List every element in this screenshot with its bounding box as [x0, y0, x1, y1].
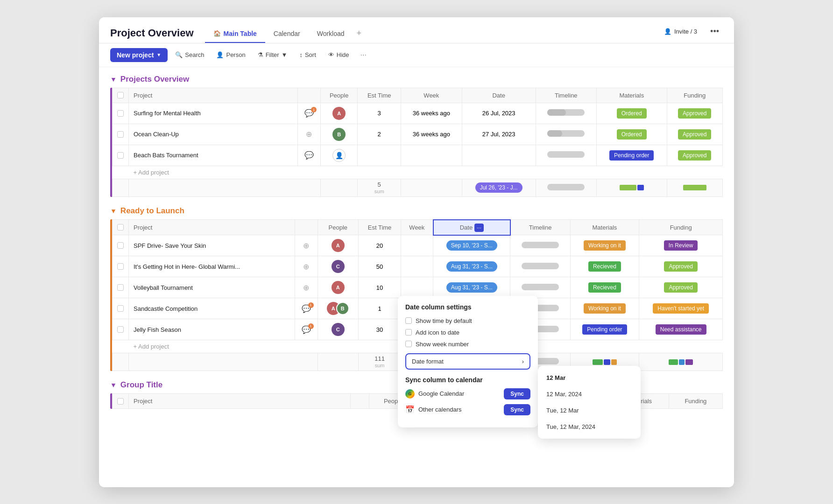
row-checkbox[interactable]	[117, 110, 124, 117]
filter-button[interactable]: ⚗ Filter ▼	[253, 49, 292, 61]
show-time-checkbox[interactable]	[405, 317, 412, 324]
date-format-button[interactable]: Date format ›	[405, 353, 530, 370]
row-icon[interactable]: ⊕	[301, 282, 311, 293]
group-toggle-grouptitle[interactable]: ▼	[110, 381, 117, 389]
search-button[interactable]: 🔍 Search	[170, 49, 209, 61]
date-pill: Aug 31, '23 - S...	[446, 261, 497, 272]
timeline-bar	[547, 109, 585, 116]
invite-button[interactable]: 👤 Invite / 3	[660, 26, 701, 37]
sync-row-google-left: G Google Calendar	[405, 389, 464, 399]
calendar-icon: 📅	[405, 405, 415, 414]
sum-value: 111	[374, 355, 385, 362]
date-format-dropdown: 12 Mar 12 Mar, 2024 Tue, 12 Mar Tue, 12 …	[538, 366, 641, 439]
group-toggle-ready[interactable]: ▼	[110, 207, 117, 215]
est-time-cell: 1	[359, 298, 401, 319]
new-project-button[interactable]: New project ▼	[110, 48, 168, 62]
group-title-projects[interactable]: Projects Overview	[120, 75, 189, 84]
th-week-2: Week	[401, 220, 433, 235]
sum-materials	[575, 359, 635, 365]
week-cell	[401, 277, 433, 298]
row-icon-bubble[interactable]: 💬1	[300, 324, 313, 335]
sync-row-google: G Google Calendar Sync	[405, 388, 530, 399]
status-badge: Working on it	[584, 240, 626, 251]
row-checkbox[interactable]	[117, 152, 124, 159]
filter-icon: ⚗	[258, 51, 263, 58]
add-project-label[interactable]: + Add project	[129, 166, 723, 179]
tab-add[interactable]: +	[353, 24, 366, 43]
popup-option-show-week[interactable]: Show week number	[405, 341, 530, 348]
tab-main-table[interactable]: 🏠 Main Table	[205, 25, 265, 43]
person-filter-icon: 👤	[216, 51, 224, 58]
hide-button[interactable]: 👁 Hide	[324, 49, 354, 61]
row-icon-bubble[interactable]: 💬1	[300, 303, 313, 314]
row-icon-bubble[interactable]: 💬1	[303, 108, 316, 119]
group-title-grouptitle[interactable]: Group Title	[120, 380, 162, 390]
sync-google-button[interactable]: Sync	[504, 388, 530, 399]
popup-option-add-icon[interactable]: Add icon to date	[405, 329, 530, 336]
project-name: Ocean Clean-Up	[134, 131, 179, 138]
sort-button[interactable]: ↕ Sort	[295, 49, 320, 61]
timeline-bar	[522, 263, 559, 269]
date-pill: Aug 31, '23 - S...	[446, 282, 497, 293]
th-icon-1	[297, 88, 320, 103]
week-cell: 36 weeks ago	[401, 103, 462, 124]
sum-label: sum	[374, 189, 384, 194]
main-content: ▼ Projects Overview Project People Est T…	[99, 67, 734, 487]
row-checkbox[interactable]	[117, 326, 124, 333]
funding-badge: Approved	[678, 108, 711, 119]
status-badge: Ordered	[617, 129, 647, 140]
group-title-ready[interactable]: Ready to Launch	[120, 206, 184, 216]
th-funding-1: Funding	[667, 88, 722, 103]
person-icon: 👤	[664, 28, 671, 35]
th-people-2: People	[318, 220, 359, 235]
funding-badge: Approved	[664, 261, 697, 272]
date-column-settings-icon[interactable]: ···	[474, 224, 484, 232]
row-checkbox[interactable]	[117, 305, 124, 312]
toolbar-more-button[interactable]: ···	[357, 48, 370, 62]
project-name: Beach Bats Tournament	[134, 152, 198, 159]
date-format-option-1[interactable]: 12 Mar	[538, 370, 641, 386]
sum-funding	[644, 359, 718, 365]
timeline-bar	[522, 284, 559, 290]
th-materials-1: Materials	[597, 88, 667, 103]
avatar: C	[332, 323, 345, 336]
row-icon[interactable]: ⊕	[301, 240, 311, 251]
popup-option-show-time[interactable]: Show time by default	[405, 317, 530, 324]
date-cell: 27 Jul, 2023	[462, 124, 536, 145]
row-checkbox[interactable]	[117, 263, 124, 270]
sum-materials	[601, 185, 662, 190]
add-icon-checkbox[interactable]	[405, 329, 412, 336]
row-icon[interactable]: ⊕	[301, 261, 311, 272]
header-right: 👤 Invite / 3 •••	[660, 25, 723, 42]
header-more-button[interactable]: •••	[706, 25, 723, 38]
th-icon-3	[350, 394, 369, 409]
est-time-cell: 30	[359, 319, 401, 340]
table-row: Ocean Clean-Up ⊕ B 2 36 weeks ago 27 Jul…	[113, 124, 723, 145]
tab-calendar[interactable]: Calendar	[265, 25, 309, 43]
row-icon-add[interactable]: ⊕	[304, 129, 314, 140]
date-format-option-3[interactable]: Tue, 12 Mar	[538, 402, 641, 419]
th-esttime-2: Est Time	[359, 220, 401, 235]
avatar: A	[332, 281, 345, 294]
funding-badge: Approved	[664, 282, 697, 293]
tab-workload[interactable]: Workload	[309, 25, 353, 43]
row-checkbox[interactable]	[117, 242, 124, 249]
date-format-option-4[interactable]: Tue, 12 Mar, 2024	[538, 419, 641, 435]
timeline-bar	[522, 242, 559, 248]
funding-badge: Haven't started yet	[653, 303, 709, 314]
row-checkbox[interactable]	[117, 284, 124, 291]
row-icon-chat[interactable]: 💬	[303, 150, 316, 161]
sync-other-button[interactable]: Sync	[504, 404, 530, 415]
date-format-option-2[interactable]: 12 Mar, 2024	[538, 386, 641, 402]
est-time-cell: 3	[358, 103, 401, 124]
project-name: SPF Drive- Save Your Skin	[134, 242, 206, 249]
person-button[interactable]: 👤 Person	[212, 49, 250, 61]
row-checkbox[interactable]	[117, 131, 124, 138]
show-week-checkbox[interactable]	[405, 341, 412, 347]
group-toggle-projects[interactable]: ▼	[110, 76, 117, 83]
status-badge: Pending order	[609, 150, 654, 161]
date-settings-popup: Date column settings Show time by defaul…	[398, 296, 538, 427]
funding-badge: In Review	[664, 240, 698, 251]
add-project-row[interactable]: + Add project	[113, 166, 723, 179]
timeline-bar	[547, 130, 585, 137]
